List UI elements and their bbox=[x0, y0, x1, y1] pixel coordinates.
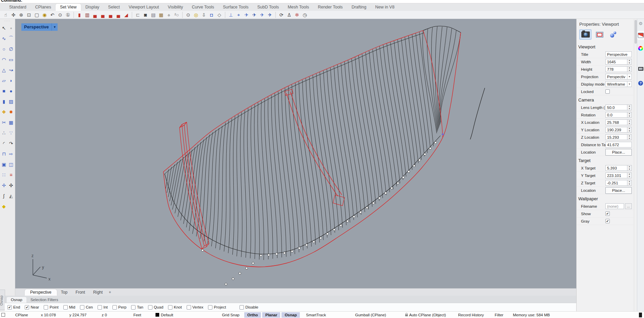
point-icon[interactable]: ◦ bbox=[7, 23, 15, 33]
spinner-down-icon[interactable]: ▼ bbox=[627, 115, 631, 118]
tree-icon[interactable]: ♠ bbox=[165, 11, 173, 18]
interp-curve-icon[interactable]: ⌒ bbox=[7, 33, 15, 43]
copy-icon[interactable]: ▣ bbox=[0, 159, 7, 169]
trim-icon[interactable]: ✂ bbox=[0, 117, 7, 127]
osnap-vertical-tab[interactable]: Osnap bbox=[0, 290, 5, 310]
perspective-viewport[interactable]: Perspective ▼ zyx bbox=[15, 19, 576, 288]
menu-tab-visibility[interactable]: Visibility bbox=[163, 4, 187, 11]
mirror-icon[interactable]: ◫ bbox=[7, 159, 15, 169]
menu-tab-drafting[interactable]: Drafting bbox=[347, 4, 371, 11]
menu-tab-new-in-v8[interactable]: New in V8 bbox=[371, 4, 399, 11]
spinner-up-icon[interactable]: ▲ bbox=[627, 67, 631, 69]
control-point[interactable] bbox=[246, 267, 248, 269]
car-side-icon[interactable]: ▄ bbox=[99, 11, 107, 18]
undo-view-icon[interactable]: ↶ bbox=[48, 11, 56, 18]
spinner-z-location[interactable]: ▲▼ bbox=[627, 134, 632, 140]
select-icon[interactable]: ↖ bbox=[0, 23, 7, 33]
polyline-icon[interactable]: △ bbox=[0, 65, 7, 75]
curved-surface-icon[interactable]: ◗ bbox=[7, 75, 15, 85]
browse-button[interactable]: ... bbox=[625, 203, 632, 209]
spinner-down-icon[interactable]: ▼ bbox=[627, 176, 631, 178]
tab-selection-filters[interactable]: Selection Filters bbox=[26, 297, 62, 303]
orient-icon[interactable]: ✣ bbox=[7, 180, 15, 190]
move-icon[interactable]: ✢ bbox=[0, 180, 7, 190]
spinner-up-icon[interactable]: ▲ bbox=[627, 112, 631, 115]
checkbox-gray[interactable]: ✔ bbox=[605, 219, 610, 223]
spinner-y-target[interactable]: ▲▼ bbox=[627, 173, 632, 178]
spinner-z-target[interactable]: ▲▼ bbox=[627, 180, 632, 186]
command-bar[interactable]: Command: bbox=[0, 0, 644, 3]
plumb-bob-icon[interactable]: ⇩ bbox=[200, 11, 208, 18]
layer-color-swatch[interactable] bbox=[155, 313, 159, 317]
cplane-pane[interactable]: CPlane bbox=[15, 313, 28, 317]
status-pane-record-history[interactable]: Record History bbox=[457, 312, 485, 318]
units-pane[interactable]: Feet bbox=[133, 313, 141, 317]
pan-view-icon[interactable]: ☝ bbox=[2, 11, 9, 18]
spinner-down-icon[interactable]: ▼ bbox=[627, 122, 631, 125]
array-icon[interactable]: ∷ bbox=[0, 170, 7, 180]
status-pane-filter[interactable]: Filter bbox=[493, 312, 505, 318]
control-point[interactable] bbox=[353, 215, 355, 218]
blend-icon[interactable]: ↷ bbox=[7, 138, 15, 148]
spinner-up-icon[interactable]: ▲ bbox=[627, 127, 631, 130]
spinner-down-icon[interactable]: ▼ bbox=[627, 62, 631, 65]
status-pane-ortho[interactable]: Ortho bbox=[244, 312, 261, 318]
checkbox-cen[interactable] bbox=[80, 305, 84, 310]
spinner-down-icon[interactable]: ▼ bbox=[627, 108, 631, 110]
control-point[interactable] bbox=[340, 224, 342, 226]
viewport-tab-right[interactable]: Right bbox=[89, 289, 107, 296]
freeform-icon[interactable]: ↝ bbox=[7, 65, 15, 75]
viewport-title-menu[interactable]: Perspective ▼ bbox=[21, 23, 58, 31]
control-point[interactable] bbox=[413, 165, 415, 167]
extrude-icon[interactable]: ⊓ bbox=[0, 149, 7, 159]
layout-icon[interactable]: ▦ bbox=[157, 11, 165, 18]
solid-tools-icon[interactable]: ◭ bbox=[7, 191, 15, 201]
control-point[interactable] bbox=[408, 171, 410, 173]
viewport-tab-front[interactable]: Front bbox=[71, 289, 89, 296]
object-pin-tab[interactable] bbox=[608, 29, 620, 40]
layer-pane[interactable]: Default bbox=[155, 313, 173, 317]
seaplane-icon[interactable]: ✈ bbox=[258, 11, 266, 18]
spinner-down-icon[interactable]: ▼ bbox=[627, 137, 631, 140]
control-point[interactable] bbox=[418, 159, 420, 161]
menu-tab-mesh-tools[interactable]: Mesh Tools bbox=[283, 4, 313, 11]
viewport-tab-top[interactable]: Top bbox=[57, 289, 71, 296]
place-camera-icon[interactable]: ✻ bbox=[293, 11, 301, 18]
point-cloud-icon[interactable]: ∴ bbox=[0, 128, 7, 138]
status-pane-planar[interactable]: Planar bbox=[262, 312, 280, 318]
control-point[interactable] bbox=[202, 249, 204, 251]
circle-icon[interactable]: ○ bbox=[0, 44, 7, 54]
input-distance-to-ta[interactable]: 41.672 bbox=[605, 142, 632, 147]
viewport-properties-tab[interactable] bbox=[594, 29, 606, 40]
status-pane-smarttrack[interactable]: SmartTrack bbox=[305, 312, 327, 318]
input-x-target[interactable]: 5.393 bbox=[605, 165, 627, 171]
spinner-up-icon[interactable]: ▲ bbox=[627, 165, 631, 168]
drop-icon[interactable]: ◆ bbox=[0, 201, 7, 211]
spinner-height[interactable]: ▲▼ bbox=[627, 66, 632, 72]
menu-tab-select[interactable]: Select bbox=[104, 4, 124, 11]
input-lens-length[interactable]: 50.0 bbox=[605, 105, 627, 110]
control-point[interactable] bbox=[320, 237, 322, 239]
box-icon[interactable]: ■ bbox=[0, 86, 7, 96]
osnap-option-tan[interactable]: Tan bbox=[131, 305, 143, 310]
explode-icon[interactable]: ✸ bbox=[7, 107, 15, 117]
menu-tab-display[interactable]: Display bbox=[81, 4, 104, 11]
add-viewport-tab-icon[interactable]: + bbox=[107, 289, 113, 296]
cylinder-icon[interactable]: ▮ bbox=[0, 96, 7, 106]
mast-icon[interactable]: ⊥ bbox=[227, 11, 235, 18]
control-point[interactable] bbox=[239, 272, 241, 274]
input-z-target[interactable]: -0.251 bbox=[605, 180, 627, 186]
checkbox-quad[interactable] bbox=[148, 305, 152, 310]
status-pane-osnap[interactable]: Osnap bbox=[282, 312, 300, 318]
spinner-up-icon[interactable]: ▲ bbox=[627, 120, 631, 122]
viewport-tab-perspective[interactable]: Perspective bbox=[25, 289, 57, 296]
spinner-down-icon[interactable]: ▼ bbox=[627, 183, 631, 186]
red-column-icon[interactable]: ▥ bbox=[83, 11, 91, 18]
input-rotation[interactable]: 0.0 bbox=[605, 112, 627, 118]
camera-icon[interactable]: ◙ bbox=[142, 11, 149, 18]
control-point[interactable] bbox=[306, 244, 308, 246]
button-place[interactable]: Place... bbox=[605, 187, 632, 194]
clock-icon[interactable]: ◷ bbox=[301, 11, 309, 18]
rectangle-icon[interactable]: ▭ bbox=[7, 54, 15, 64]
checkbox-show[interactable]: ✔ bbox=[605, 211, 610, 216]
